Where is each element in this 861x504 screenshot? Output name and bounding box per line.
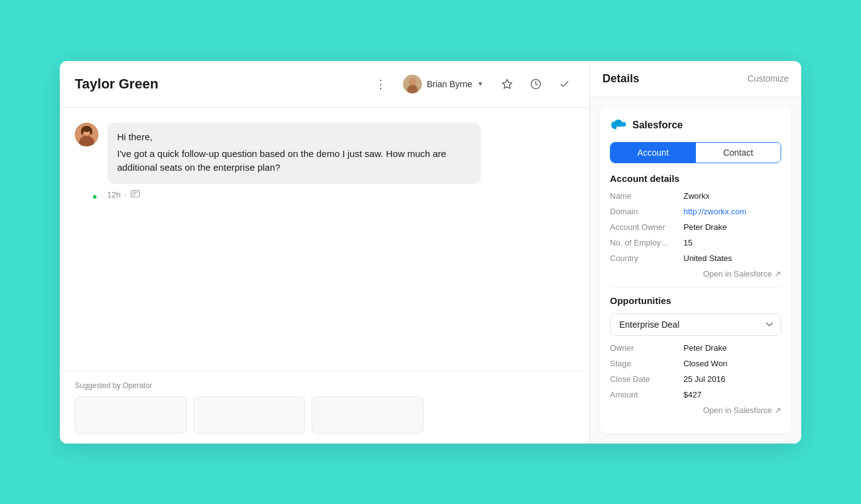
message-content: Hi there, I've got a quick follow-up que… xyxy=(107,123,481,201)
country-label: Country xyxy=(610,254,678,263)
opp-close-date-label: Close Date xyxy=(610,374,678,384)
opportunity-select[interactable]: Enterprise Deal xyxy=(610,313,781,336)
name-field-row: Name Zworkx xyxy=(610,191,781,201)
message-bubble: Hi there, I've got a quick follow-up que… xyxy=(107,123,481,184)
header-actions: ⋮ Brian Byrne ▼ xyxy=(372,72,574,96)
message-greeting: Hi there, xyxy=(117,131,471,142)
divider xyxy=(610,287,781,288)
user-avatar-wrapper xyxy=(75,123,98,201)
svg-point-11 xyxy=(81,128,83,135)
details-body: Salesforce Account Contact Account detai… xyxy=(590,97,801,444)
opp-owner-value: Peter Drake xyxy=(683,343,726,353)
translate-icon[interactable] xyxy=(130,189,140,201)
agent-dropdown-icon: ▼ xyxy=(477,80,483,87)
svg-marker-4 xyxy=(503,79,512,88)
salesforce-logo-icon xyxy=(610,117,626,133)
agent-name: Brian Byrne xyxy=(427,79,472,89)
app-container: Taylor Green ⋮ Brian Byrne ▼ xyxy=(60,61,801,444)
sf-brand-row: Salesforce xyxy=(610,117,781,133)
employees-value: 15 xyxy=(683,238,692,247)
online-indicator xyxy=(92,194,98,200)
domain-value[interactable]: http://zworkx.com xyxy=(683,207,746,216)
message-timestamp: 12h xyxy=(107,190,121,199)
details-header: Details Customize xyxy=(590,61,801,97)
customize-button[interactable]: Customize xyxy=(748,74,789,83)
chat-messages-area: Hi there, I've got a quick follow-up que… xyxy=(60,108,589,371)
agent-selector[interactable]: Brian Byrne ▼ xyxy=(398,72,488,96)
account-section-title: Account details xyxy=(610,173,781,184)
suggested-section: Suggested by Operator xyxy=(60,371,589,444)
open-in-sf-link-2[interactable]: Open in Salesforce ↗ xyxy=(610,406,781,415)
tab-account[interactable]: Account xyxy=(611,143,696,163)
message-meta: 12h · xyxy=(107,189,481,201)
message-body: I've got a quick follow-up question base… xyxy=(117,147,471,175)
salesforce-card: Salesforce Account Contact Account detai… xyxy=(600,107,791,434)
employees-field-row: No. of Employ… 15 xyxy=(610,238,781,247)
user-avatar xyxy=(75,123,98,146)
message-row: Hi there, I've got a quick follow-up que… xyxy=(75,123,574,201)
chat-panel: Taylor Green ⋮ Brian Byrne ▼ xyxy=(60,61,589,444)
sf-tab-row: Account Contact xyxy=(610,142,781,163)
suggested-card-3[interactable] xyxy=(312,396,424,434)
star-button[interactable] xyxy=(497,74,517,94)
name-label: Name xyxy=(610,191,678,201)
sf-brand-name: Salesforce xyxy=(632,120,683,131)
tab-contact[interactable]: Contact xyxy=(696,143,781,163)
opp-owner-row: Owner Peter Drake xyxy=(610,343,781,353)
opp-stage-row: Stage Closed Won xyxy=(610,359,781,368)
domain-label: Domain xyxy=(610,207,678,216)
opp-stage-value: Closed Won xyxy=(683,359,728,368)
suggested-label: Suggested by Operator xyxy=(75,381,574,390)
more-options-button[interactable]: ⋮ xyxy=(372,75,389,93)
opp-amount-label: Amount xyxy=(610,390,678,399)
opp-close-date-row: Close Date 25 Jul 2016 xyxy=(610,374,781,384)
opp-amount-row: Amount $427 xyxy=(610,390,781,399)
account-owner-value: Peter Drake xyxy=(683,222,726,232)
suggested-cards xyxy=(75,396,574,434)
open-in-sf-link-1[interactable]: Open in Salesforce ↗ xyxy=(610,269,781,278)
opp-close-date-value: 25 Jul 2016 xyxy=(683,374,725,384)
suggested-card-2[interactable] xyxy=(193,396,305,434)
resolve-button[interactable] xyxy=(554,74,574,94)
details-title: Details xyxy=(602,72,639,85)
svg-point-3 xyxy=(409,78,415,84)
opp-amount-value: $427 xyxy=(683,390,702,399)
suggested-card-1[interactable] xyxy=(75,396,187,434)
chat-header: Taylor Green ⋮ Brian Byrne ▼ xyxy=(60,61,589,108)
owner-field-row: Account Owner Peter Drake xyxy=(610,222,781,232)
agent-avatar xyxy=(403,75,422,93)
domain-field-row: Domain http://zworkx.com xyxy=(610,207,781,216)
account-owner-label: Account Owner xyxy=(610,222,678,232)
country-value: United States xyxy=(683,254,732,263)
svg-point-12 xyxy=(90,128,92,135)
opp-stage-label: Stage xyxy=(610,359,678,368)
clock-button[interactable] xyxy=(526,74,546,94)
conversation-title: Taylor Green xyxy=(75,76,372,92)
meta-dot: · xyxy=(125,190,127,199)
opportunities-title: Opportunities xyxy=(610,295,781,306)
country-field-row: Country United States xyxy=(610,254,781,263)
name-value: Zworkx xyxy=(683,191,710,201)
employees-label: No. of Employ… xyxy=(610,238,678,247)
opp-owner-label: Owner xyxy=(610,343,678,353)
details-panel: Details Customize Salesforce Account Con… xyxy=(589,61,801,444)
